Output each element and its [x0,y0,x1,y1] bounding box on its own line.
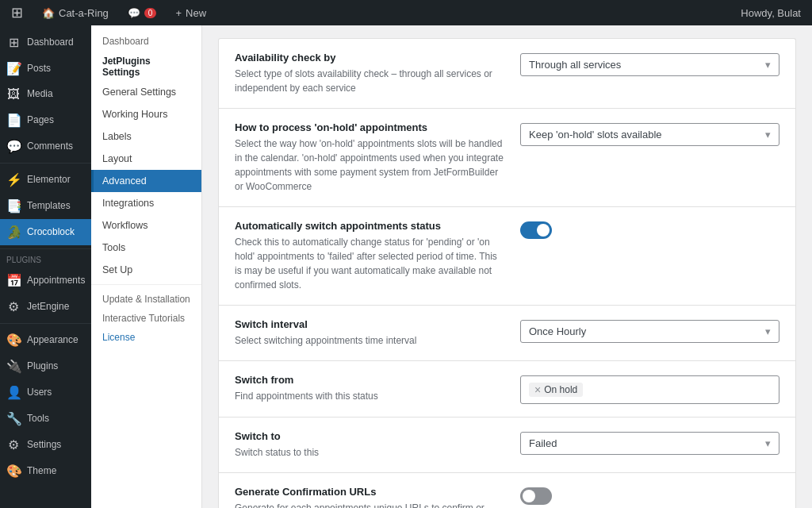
wp-icon: ⊞ [11,4,23,21]
row-title: Switch to [235,430,504,442]
sidebar-item-label: Tools [27,413,49,425]
row-label-interval: Switch interval Select switching appoint… [235,318,504,348]
sidebar-item-elementor[interactable]: ⚡ Elementor [0,167,91,193]
submenu-license[interactable]: License [91,328,201,347]
submenu-working-hours[interactable]: Working Hours [91,103,201,125]
submenu-general-settings[interactable]: General Settings [91,81,201,103]
comments-count: 0 [144,8,157,18]
sidebar-item-crocoblock[interactable]: 🐊 Crocoblock [0,219,91,245]
settings-row-switch-to: Switch to Switch status to this Failed ▾ [218,417,796,472]
howdy[interactable]: Howdy, Bulat [736,0,806,25]
submenu-setup[interactable]: Set Up [91,259,201,281]
row-control-onhold: Keep 'on-hold' slots available ▾ [520,121,779,146]
sidebar-item-jetengine[interactable]: ⚙ JetEngine [0,294,91,320]
menu-separator [0,163,91,164]
sidebar-item-settings[interactable]: ⚙ Settings [0,432,91,458]
onhold-select[interactable]: Keep 'on-hold' slots available ▾ [520,123,779,146]
jetengine-icon: ⚙ [6,299,21,314]
sidebar-item-media[interactable]: 🖼 Media [0,82,91,107]
sidebar-item-tools[interactable]: 🔧 Tools [0,406,91,432]
admin-menu: ⊞ Dashboard 📝 Posts 🖼 Media 📄 Pages 💬 Co… [0,25,91,508]
sidebar-item-comments[interactable]: 💬 Comments [0,133,91,160]
submenu-tools[interactable]: Tools [91,237,201,259]
sidebar-item-appointments[interactable]: 📅 Appointments [0,267,91,294]
dashboard-icon: ⊞ [6,35,21,50]
sidebar-item-label: Crocoblock [27,226,75,239]
submenu-group-main: General Settings Working Hours Labels La… [91,81,201,285]
appearance-icon: 🎨 [6,333,21,348]
submenu-integrations[interactable]: Integrations [91,192,201,214]
confirmation-toggle[interactable] [520,487,552,505]
settings-icon: ⚙ [6,437,21,452]
row-control-confirmation [520,486,779,505]
sidebar-item-label: Comments [27,140,73,153]
autoswitch-toggle[interactable] [520,221,552,239]
sidebar-item-label: Posts [27,63,51,75]
row-label-autoswitch: Automatically switch appointments status… [235,220,504,292]
comments-icon: 💬 [128,7,140,19]
templates-icon: 📑 [6,198,21,214]
site-label: Cat-a-Ring [59,7,109,19]
sidebar-item-label: Elementor [27,174,71,187]
media-icon: 🖼 [6,87,21,102]
sidebar-item-theme[interactable]: 🎨 Theme [0,458,91,484]
submenu-workflows[interactable]: Workflows [91,214,201,237]
availability-select[interactable]: Through all services ▾ [520,53,779,76]
plugins-icon: 🔌 [6,359,21,374]
row-label-confirmation: Generate Confirmation URLs Generate for … [235,486,504,508]
settings-row-interval: Switch interval Select switching appoint… [218,305,796,360]
tag-remove-icon[interactable]: × [534,384,541,395]
submenu-dashboard[interactable]: Dashboard [91,32,201,51]
submenu-tutorials[interactable]: Interactive Tutorials [91,309,201,328]
new-item[interactable]: + New [170,0,211,25]
wp-logo[interactable]: ⊞ [6,0,28,25]
sidebar-item-label: JetEngine [27,301,69,314]
tag-label: On hold [544,384,577,395]
row-description: Generate for each appointments unique UR… [235,501,504,508]
sidebar-item-label: Pages [27,114,54,127]
sidebar-item-appearance[interactable]: 🎨 Appearance [0,327,91,353]
chevron-down-icon: ▾ [765,129,771,140]
sidebar-item-posts[interactable]: 📝 Posts [0,56,91,82]
comments-link[interactable]: 💬 0 [123,0,162,25]
row-title: Switch interval [235,318,504,330]
submenu-update[interactable]: Update & Installation [91,290,201,309]
row-description: Select switching appointments time inter… [235,333,504,348]
menu-separator-3 [0,323,91,324]
submenu-title: JetPlugins Settings [91,51,201,81]
site-icon: 🏠 [42,7,55,19]
sidebar-item-label: Media [27,88,53,101]
submenu-labels[interactable]: Labels [91,125,201,148]
sidebar-item-templates[interactable]: 📑 Templates [0,193,91,219]
elementor-icon: ⚡ [6,172,21,187]
sidebar-item-plugins[interactable]: 🔌 Plugins [0,353,91,379]
row-description: Find appointments with this status [235,389,504,403]
row-title: Automatically switch appointments status [235,220,504,232]
sidebar-item-users[interactable]: 👤 Users [0,379,91,406]
main-content: Availability check by Select type of slo… [202,25,812,508]
theme-icon: 🎨 [6,464,21,479]
submenu-layout[interactable]: Layout [91,148,201,170]
sidebar-item-dashboard[interactable]: ⊞ Dashboard [0,29,91,56]
sidebar-item-label: Theme [27,465,56,478]
switch-from-tags[interactable]: × On hold [520,375,779,404]
row-label-onhold: How to process 'on-hold' appointments Se… [235,121,504,194]
site-name[interactable]: 🏠 Cat-a-Ring [37,0,113,25]
row-title: Switch from [235,374,504,386]
row-label-availability: Availability check by Select type of slo… [235,52,504,95]
new-label: New [186,7,206,19]
settings-row-switch-from: Switch from Find appointments with this … [218,360,796,417]
sidebar-item-label: Settings [27,439,61,452]
select-value: Failed [529,437,557,449]
chevron-down-icon: ▾ [765,59,771,71]
interval-select[interactable]: Once Hourly ▾ [520,320,779,343]
howdy-text: Howdy, Bulat [741,7,801,19]
switch-to-select[interactable]: Failed ▾ [520,432,779,455]
submenu-advanced[interactable]: Advanced [91,170,201,192]
sidebar-item-pages[interactable]: 📄 Pages [0,107,91,133]
chevron-down-icon: ▾ [765,325,771,337]
toggle-knob [523,490,535,502]
row-control-interval: Once Hourly ▾ [520,318,779,343]
sidebar-item-label: Users [27,387,52,399]
tag-chip-onhold: × On hold [529,383,583,397]
